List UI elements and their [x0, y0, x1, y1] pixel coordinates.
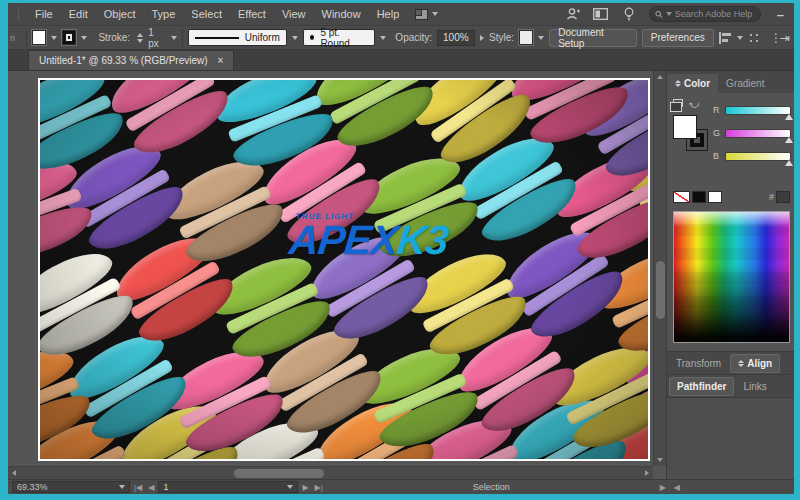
- opacity-value-field[interactable]: 100%: [437, 30, 475, 46]
- white-swatch[interactable]: [708, 191, 722, 203]
- stroke-weight-value[interactable]: 1 px: [148, 27, 166, 49]
- artboard-number-value: 1: [163, 482, 168, 492]
- scroll-down-icon[interactable]: [657, 458, 663, 462]
- opacity-label: Opacity:: [395, 32, 432, 43]
- panel-empty-area: [667, 397, 794, 479]
- color-slider-r[interactable]: R: [713, 105, 790, 115]
- slider-label: G: [713, 128, 721, 138]
- play-icon[interactable]: ▶: [660, 483, 666, 492]
- menu-effect[interactable]: Effect: [230, 8, 274, 20]
- arrange-documents-icon[interactable]: [593, 6, 609, 22]
- panel-cycle-icon: [675, 80, 681, 87]
- slider-label: R: [713, 105, 721, 115]
- scroll-right-icon[interactable]: [645, 470, 649, 476]
- tab-gradient[interactable]: Gradient: [718, 74, 772, 93]
- fill-stroke-proxy: ⤸: [673, 99, 709, 187]
- document-setup-button[interactable]: Document Setup: [549, 29, 637, 47]
- hex-value-field[interactable]: [776, 191, 790, 203]
- tab-color[interactable]: Color: [667, 74, 718, 93]
- menu-edit[interactable]: Edit: [61, 8, 96, 20]
- duplicate-icon[interactable]: [673, 99, 683, 107]
- horizontal-scrollbar[interactable]: [8, 466, 653, 479]
- chevron-down-icon[interactable]: [292, 36, 298, 40]
- zoom-level-field[interactable]: 69.33%: [12, 481, 130, 493]
- minimize-button[interactable]: –: [773, 7, 788, 22]
- fill-proxy-swatch[interactable]: [673, 115, 697, 139]
- slider-track[interactable]: [726, 107, 790, 114]
- brush-definition-dropdown[interactable]: 5 pt. Round: [303, 29, 376, 46]
- color-slider-b[interactable]: B: [713, 151, 790, 161]
- variable-width-value: Uniform: [245, 32, 280, 43]
- document-tab[interactable]: Untitled-1* @ 69.33 % (RGB/Preview) ×: [28, 50, 234, 70]
- chevron-down-icon[interactable]: [171, 36, 177, 40]
- tab-transform[interactable]: Transform: [669, 355, 728, 372]
- preferences-button[interactable]: Preferences: [642, 29, 714, 47]
- scroll-up-icon[interactable]: [657, 75, 663, 79]
- tab-links[interactable]: Links: [736, 378, 773, 395]
- workspace-switcher[interactable]: [415, 9, 438, 20]
- close-icon[interactable]: ×: [218, 55, 224, 66]
- menu-type[interactable]: Type: [144, 8, 184, 20]
- scroll-left-icon[interactable]: [12, 470, 16, 476]
- slider-track[interactable]: [726, 153, 790, 160]
- slider-handle[interactable]: [785, 137, 793, 143]
- variable-width-profile-dropdown[interactable]: Uniform: [188, 29, 287, 46]
- artboard-number-field[interactable]: 1: [158, 481, 298, 493]
- chevron-down-icon[interactable]: [737, 36, 743, 40]
- artboard[interactable]: TRUE LIGHT APEXK3: [38, 78, 650, 461]
- current-tool-label: Selection: [327, 482, 656, 492]
- style-label: Style:: [489, 32, 514, 43]
- transform-align-tab-row: Transform Align: [667, 351, 794, 374]
- menu-select[interactable]: Select: [183, 8, 230, 20]
- color-panel-tabs: Color Gradient: [667, 71, 794, 93]
- horizontal-scroll-thumb[interactable]: [234, 469, 324, 478]
- last-artboard-icon[interactable]: ▶|: [315, 483, 323, 492]
- vertical-scroll-thumb[interactable]: [656, 261, 665, 319]
- tab-align[interactable]: Align: [730, 354, 780, 373]
- search-input[interactable]: [675, 9, 755, 19]
- align-options-icon[interactable]: [719, 32, 732, 44]
- chevron-down-icon[interactable]: [538, 36, 544, 40]
- menu-file[interactable]: File: [27, 8, 61, 20]
- collapse-panel-icon[interactable]: ⋮⇥: [770, 31, 788, 45]
- quick-swatches-row: #: [667, 191, 794, 209]
- next-artboard-icon[interactable]: ▶: [302, 483, 308, 492]
- stroke-weight-stepper[interactable]: [137, 33, 143, 43]
- none-swatch[interactable]: [673, 191, 690, 203]
- canvas-area: TRUE LIGHT APEXK3: [8, 71, 667, 479]
- tab-pathfinder[interactable]: Pathfinder: [669, 377, 734, 396]
- chevron-down-icon[interactable]: [81, 36, 87, 40]
- help-search-box[interactable]: [649, 6, 761, 22]
- color-slider-g[interactable]: G: [713, 128, 790, 138]
- stroke-profile-icon: [195, 37, 239, 39]
- back-icon[interactable]: ◀: [674, 483, 680, 492]
- vertical-scrollbar[interactable]: [653, 71, 666, 466]
- chevron-down-icon[interactable]: [51, 36, 57, 40]
- macarons-image[interactable]: TRUE LIGHT APEXK3: [40, 80, 648, 459]
- first-artboard-icon[interactable]: |◀: [134, 483, 142, 492]
- brush-dot-icon: [310, 35, 315, 40]
- search-icon: [655, 10, 663, 19]
- watermark-text: APEXK3: [287, 221, 449, 260]
- touch-workspace-icon[interactable]: [748, 32, 760, 44]
- previous-artboard-icon[interactable]: ◀: [148, 483, 154, 492]
- swap-fill-stroke-icon[interactable]: ⤸: [688, 102, 700, 108]
- lightbulb-icon[interactable]: [621, 6, 637, 22]
- share-account-icon[interactable]: [565, 6, 581, 22]
- watermark: TRUE LIGHT APEXK3: [287, 212, 450, 260]
- stroke-color-swatch[interactable]: [62, 30, 76, 45]
- menu-help[interactable]: Help: [369, 8, 408, 20]
- menu-window[interactable]: Window: [314, 8, 369, 20]
- menu-object[interactable]: Object: [96, 8, 144, 20]
- black-swatch[interactable]: [692, 191, 706, 203]
- fill-color-swatch[interactable]: [32, 30, 46, 45]
- graphic-style-swatch[interactable]: [519, 30, 533, 45]
- menu-view[interactable]: View: [274, 8, 314, 20]
- slider-track[interactable]: [726, 130, 790, 137]
- chevron-down-icon[interactable]: [380, 36, 386, 40]
- slider-handle[interactable]: [785, 114, 793, 120]
- color-spectrum-picker[interactable]: [673, 211, 790, 343]
- chevron-right-icon[interactable]: [480, 35, 484, 41]
- divider: [182, 29, 183, 47]
- slider-handle[interactable]: [785, 160, 793, 166]
